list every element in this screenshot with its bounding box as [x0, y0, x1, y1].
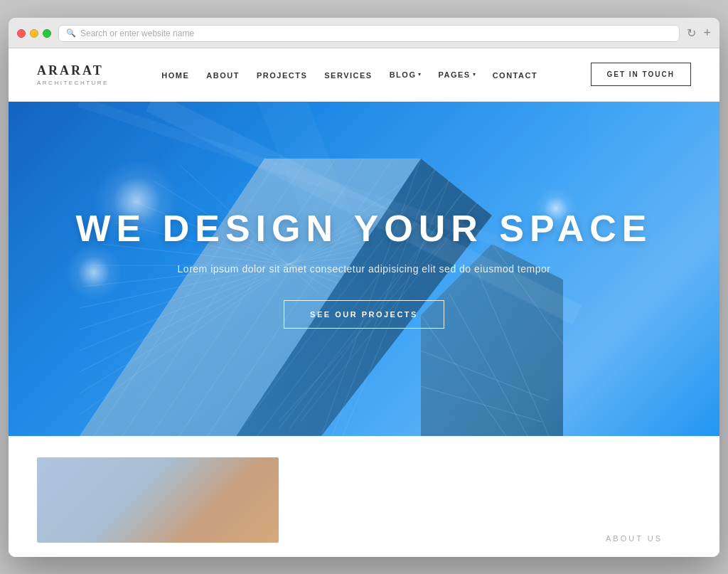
hero-content: WE DESIGN YOUR SPACE Lorem ipsum dolor s…: [9, 102, 719, 436]
below-hero-section: ABOUT US: [9, 436, 719, 557]
nav-item-about[interactable]: ABOUT: [206, 68, 240, 81]
get-in-touch-button[interactable]: GET IN TOUCH: [591, 63, 691, 86]
hero-section: WE DESIGN YOUR SPACE Lorem ipsum dolor s…: [9, 102, 719, 436]
hero-cta-button[interactable]: SEE OUR PROJECTS: [284, 300, 444, 329]
nav-item-contact[interactable]: CONTACT: [493, 68, 537, 81]
about-image-placeholder: [37, 457, 279, 543]
blog-dropdown-arrow: ▾: [418, 71, 421, 78]
nav-item-services[interactable]: SERVICES: [324, 68, 372, 81]
address-bar[interactable]: 🔍 Search or enter website name: [58, 25, 680, 42]
nav-item-projects[interactable]: PROJECTS: [257, 68, 307, 81]
navbar: ARARAT ARCHITECHTURE HOME ABOUT PROJECTS…: [9, 48, 719, 102]
close-button[interactable]: [17, 29, 26, 38]
new-tab-button[interactable]: +: [703, 26, 711, 41]
hero-title: WE DESIGN YOUR SPACE: [75, 208, 652, 249]
nav-item-blog[interactable]: BLOG ▾: [390, 70, 422, 79]
nav-links: HOME ABOUT PROJECTS SERVICES BLOG ▾ PAGE…: [161, 68, 537, 81]
nav-item-home[interactable]: HOME: [161, 68, 189, 81]
maximize-button[interactable]: [43, 29, 51, 38]
address-bar-placeholder: Search or enter website name: [80, 28, 194, 38]
search-icon: 🔍: [66, 28, 76, 38]
browser-chrome: 🔍 Search or enter website name ↻ +: [9, 18, 719, 48]
browser-window: 🔍 Search or enter website name ↻ + ARARA…: [9, 18, 719, 557]
brand-logo: ARARAT ARCHITECHTURE: [37, 63, 109, 86]
minimize-button[interactable]: [30, 29, 38, 38]
brand-name: ARARAT: [37, 63, 104, 78]
about-us-label: ABOUT US: [606, 534, 663, 543]
pages-dropdown-arrow: ▾: [473, 71, 476, 78]
nav-item-pages[interactable]: PAGES ▾: [438, 70, 475, 79]
brand-tagline: ARCHITECHTURE: [37, 80, 109, 86]
website-content: ARARAT ARCHITECHTURE HOME ABOUT PROJECTS…: [9, 48, 719, 557]
refresh-button[interactable]: ↻: [687, 26, 696, 40]
traffic-lights: [17, 29, 51, 38]
hero-subtitle: Lorem ipsum dolor sit amet consectetur a…: [178, 263, 551, 275]
